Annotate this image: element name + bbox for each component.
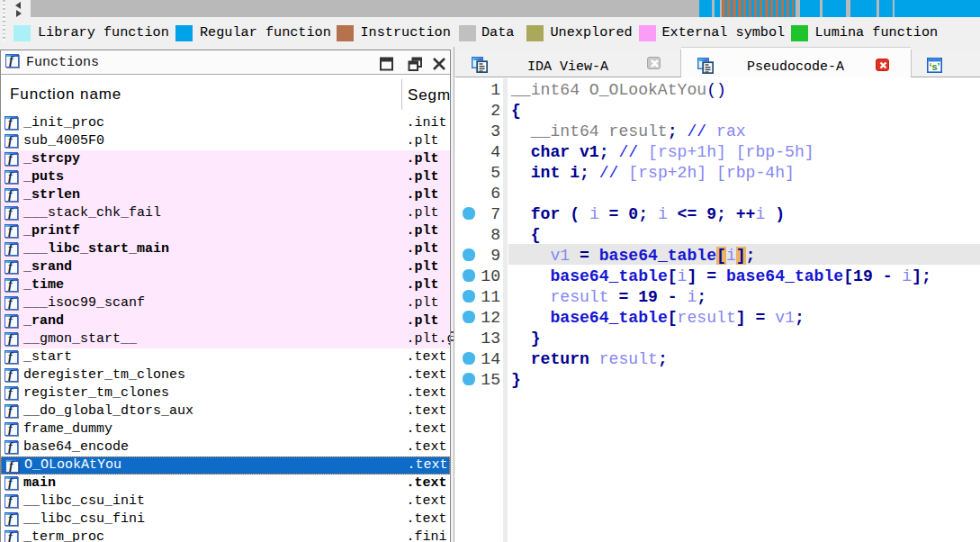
svg-text:‘s’: ‘s’ (929, 61, 940, 72)
